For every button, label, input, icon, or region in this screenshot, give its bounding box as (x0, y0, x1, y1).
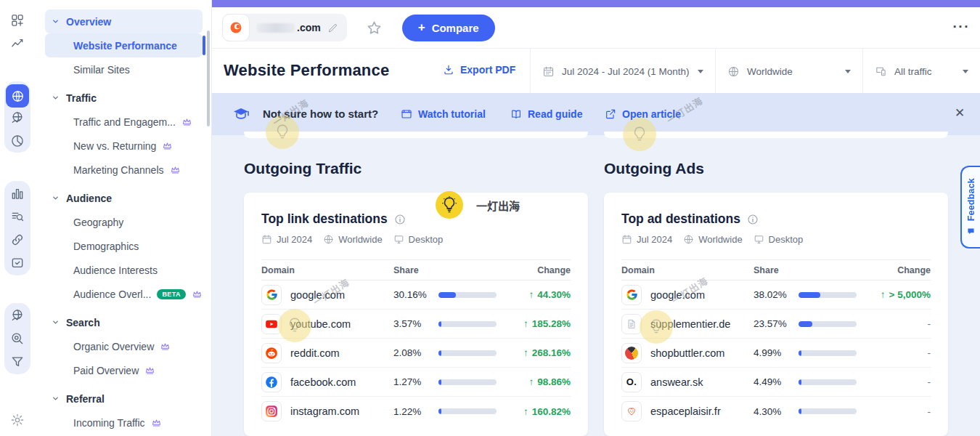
analyzed-domain-pill[interactable]: .com (222, 14, 347, 41)
link-icon[interactable] (10, 233, 25, 247)
sidebar-item-geography[interactable]: Geography (45, 210, 203, 234)
sidebar-item-audience-interests[interactable]: Audience Interests (45, 258, 203, 282)
share-bar (438, 321, 497, 327)
info-icon[interactable] (747, 214, 759, 225)
geo-filter[interactable]: Worldwide (715, 49, 862, 94)
sidebar-item-incoming-traffic[interactable]: Incoming Traffic (45, 411, 203, 435)
change-value: - (865, 406, 931, 417)
watch-tutorial-link[interactable]: Watch tutorial (401, 108, 486, 120)
traffic-type-filter[interactable]: All traffic (862, 49, 980, 94)
sidebar-section-overview[interactable]: Overview (45, 9, 203, 33)
nav-label: Overview (66, 16, 111, 28)
compare-label: Compare (432, 22, 479, 34)
more-options-icon[interactable]: ··· (953, 19, 970, 35)
card-title-label: Top link destinations (261, 211, 388, 227)
sidebar-section-referral[interactable]: Referral (45, 387, 203, 411)
meta-geo: Worldwide (698, 234, 742, 245)
sidebar-item-similar-sites[interactable]: Similar Sites (45, 57, 203, 81)
nav-label: Paid Overview (73, 365, 139, 376)
sidebar-item-new-vs-returning[interactable]: New vs. Returning (45, 134, 203, 158)
export-pdf-button[interactable]: Export PDF (443, 64, 515, 76)
sidebar-section-search[interactable]: Search (45, 310, 203, 334)
list-search-icon[interactable] (10, 209, 25, 224)
change-value: ↑98.86% (505, 376, 571, 387)
web-overview-globe-icon[interactable] (6, 84, 29, 108)
read-guide-link[interactable]: Read guide (510, 108, 582, 120)
traffic-filter-value: All traffic (894, 66, 932, 77)
share-value: 23.57% (754, 318, 799, 329)
nav-label: Similar Sites (73, 64, 130, 76)
sidebar-item-paid-overview[interactable]: Paid Overview (45, 358, 203, 382)
domain-link[interactable]: youtube.com (290, 318, 393, 330)
meta-device: Desktop (769, 234, 804, 245)
change-value: ↑185.28% (505, 318, 571, 329)
open-article-link[interactable]: Open article (605, 108, 681, 120)
web-traffic-globe-icon[interactable] (10, 110, 25, 125)
dashboard-icon[interactable] (10, 13, 25, 28)
bar-chart-icon[interactable] (10, 186, 25, 201)
date-range-filter[interactable]: Jul 2024 - Jul 2024 (1 Month) (530, 49, 715, 94)
pie-chart-icon[interactable] (10, 134, 25, 148)
domain-link[interactable]: google.com (290, 289, 393, 301)
share-value: 2.08% (393, 347, 438, 358)
domain-link[interactable]: reddit.com (290, 347, 393, 359)
settings-gear-icon[interactable] (10, 413, 25, 427)
page-header: Website Performance Export PDF Jul 2024 … (212, 48, 980, 93)
answear-favicon-icon: O. (621, 372, 642, 392)
domain-link[interactable]: google.com (650, 289, 754, 301)
globe-icon (727, 65, 740, 78)
tag-check-icon[interactable] (10, 256, 25, 270)
sidebar-section-traffic[interactable]: Traffic (45, 86, 203, 110)
table-body: google.com38.02%↑> 5,000%supplementier.d… (621, 280, 931, 426)
share-bar (799, 350, 857, 356)
desktop-icon (393, 234, 404, 245)
document-favicon-icon (621, 314, 642, 334)
funnel-icon[interactable] (10, 355, 25, 369)
nav-label: Incoming Traffic (73, 417, 145, 429)
table-header: Domain Share Change (261, 259, 571, 280)
sidebar-item-audience-overl[interactable]: Audience Overl...BETA (45, 282, 203, 306)
domain-link[interactable]: shopbuttler.com (650, 347, 754, 359)
globe-icon (323, 234, 334, 245)
domain-link[interactable]: espaceplaisir.fr (650, 405, 754, 417)
share-value: 1.22% (393, 406, 438, 417)
meta-geo: Worldwide (338, 234, 382, 245)
banner-text: Not sure how to start? (263, 108, 378, 120)
domain-link[interactable]: instagram.com (290, 405, 393, 417)
sidebar-item-marketing-channels[interactable]: Marketing Channels (45, 158, 203, 182)
share-bar-fill (438, 350, 441, 356)
meta-date: Jul 2024 (637, 234, 672, 245)
edit-pencil-icon[interactable] (327, 23, 338, 33)
top-link-destinations-card: Top link destinations Jul 2024 Worldwide… (244, 193, 588, 436)
sidebar-item-organic-overview[interactable]: Organic Overview (45, 334, 203, 358)
globe-pulse-icon[interactable] (10, 308, 25, 323)
close-icon[interactable]: ✕ (952, 106, 967, 121)
instagram-favicon-icon (261, 401, 282, 421)
card-title: Top link destinations (261, 211, 571, 227)
info-icon[interactable] (394, 214, 406, 225)
watch-tutorial-label: Watch tutorial (418, 108, 486, 120)
trend-chart-icon[interactable] (10, 36, 25, 51)
crown-icon (144, 365, 155, 376)
table-row-answear-sk: O.answear.sk4.49%- (621, 368, 931, 397)
feedback-tab[interactable]: Feedback (960, 166, 980, 249)
sidebar-item-demographics[interactable]: Demographics (45, 234, 203, 258)
domain-link[interactable]: answear.sk (650, 376, 754, 388)
domain-link[interactable]: facebook.com (290, 376, 393, 388)
app-window: OverviewWebsite PerformanceSimilar Sites… (0, 0, 980, 436)
domain-link[interactable]: supplementier.de (650, 318, 754, 330)
at-search-icon[interactable] (10, 331, 25, 346)
sidebar-item-traffic-and-engagem[interactable]: Traffic and Engagem... (45, 110, 203, 134)
beta-badge: BETA (157, 289, 185, 299)
share-bar (438, 408, 497, 414)
compare-button[interactable]: + Compare (402, 15, 495, 41)
nav-label: Geography (73, 217, 123, 228)
sidebar-item-website-performance[interactable]: Website Performance (45, 33, 203, 57)
sidebar-section-audience[interactable]: Audience (45, 186, 203, 210)
espaceplaisir-favicon-icon (621, 401, 642, 421)
share-value: 38.02% (754, 289, 799, 300)
sidebar-scrollbar[interactable] (207, 31, 210, 126)
meta-device: Desktop (409, 234, 444, 245)
favorite-star-icon[interactable] (366, 20, 383, 36)
external-link-icon (605, 108, 616, 120)
